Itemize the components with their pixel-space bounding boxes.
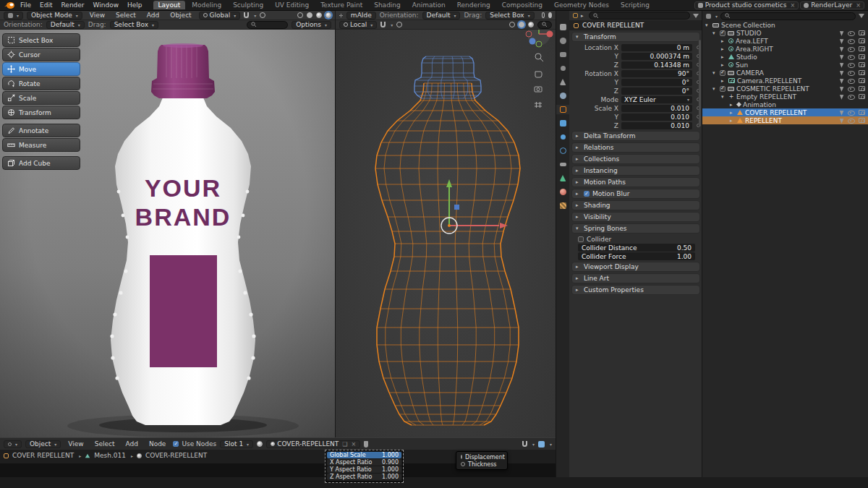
collection-checkbox[interactable]: ✓: [720, 70, 726, 76]
blender-logo-icon[interactable]: [4, 1, 15, 9]
tool-transform[interactable]: Transform: [2, 106, 80, 119]
scene-unlink-icon[interactable]: ×: [790, 2, 795, 9]
outliner-row-animation[interactable]: ▸Animation: [702, 100, 868, 108]
menu-window[interactable]: Window: [90, 1, 123, 9]
overlays-chevron-icon[interactable]: ▾: [550, 442, 552, 447]
menu-add[interactable]: Add: [122, 440, 141, 448]
selectable-icon[interactable]: [840, 93, 845, 99]
selectable-icon[interactable]: [840, 117, 845, 123]
render-visibility-icon[interactable]: [859, 38, 865, 43]
outliner-row-area-right[interactable]: ▸Area.RIGHT: [702, 45, 868, 53]
tab-modifiers[interactable]: [556, 119, 569, 128]
menu-object[interactable]: Object: [166, 12, 195, 19]
outliner-search-input[interactable]: [720, 12, 856, 20]
field-z-aspect[interactable]: Z Aspect Ratio1.000: [327, 474, 401, 480]
render-visibility-icon[interactable]: [859, 30, 865, 35]
panel-motion-paths[interactable]: ▸Motion Paths: [571, 177, 700, 187]
tab-view-layer[interactable]: [556, 64, 569, 73]
tab-output[interactable]: [556, 50, 569, 59]
proportional-edit-icon[interactable]: [260, 12, 265, 18]
render-visibility-icon[interactable]: [859, 94, 865, 99]
menu-view[interactable]: View: [64, 440, 87, 448]
tool-move[interactable]: Move: [2, 62, 80, 76]
workspace-tab-rendering[interactable]: Rendering: [452, 1, 495, 9]
tab-particles[interactable]: [556, 132, 569, 142]
tab-physics[interactable]: [556, 146, 569, 155]
workspace-tab-shading[interactable]: Shading: [369, 1, 406, 9]
selectable-icon[interactable]: [840, 69, 845, 75]
selectable-icon[interactable]: [840, 53, 845, 59]
panel-instancing[interactable]: ▸Instancing: [571, 166, 700, 176]
maide-addon-button[interactable]: mAIde: [346, 12, 376, 20]
outliner-filter-icon[interactable]: [859, 14, 864, 18]
material-copy-icon[interactable]: ❏: [342, 441, 347, 448]
orientation-dropdown[interactable]: Default▾: [46, 21, 85, 29]
tool-cursor[interactable]: Cursor: [2, 48, 80, 61]
field-x-aspect[interactable]: X Aspect Ratio0.900: [327, 459, 401, 466]
panel-visibility[interactable]: ▸Visibility: [571, 212, 700, 222]
outliner-row-camera-collection[interactable]: ▾✓CAMERA: [702, 69, 868, 77]
outliner-row-repellent[interactable]: ▸REPELLENT: [702, 116, 868, 124]
slot-dropdown[interactable]: Slot 1▾: [220, 440, 253, 448]
panel-collections[interactable]: ▸Collections: [571, 154, 700, 164]
panel-motion-blur[interactable]: ▸✓Motion Blur: [571, 189, 700, 199]
filter-icon[interactable]: [693, 14, 699, 18]
overlay-toggle-icon[interactable]: [542, 12, 545, 18]
menu-edit[interactable]: Edit: [36, 1, 56, 9]
tool-scale[interactable]: Scale: [2, 91, 80, 105]
tool-add-cube[interactable]: Add Cube: [2, 156, 80, 170]
properties-search-input[interactable]: [589, 12, 690, 20]
viewport-search-input[interactable]: [537, 21, 552, 29]
xray-toggle-icon[interactable]: [548, 12, 552, 18]
tab-tool[interactable]: [556, 22, 569, 32]
workspace-tab-animation[interactable]: Animation: [407, 1, 451, 9]
tab-material[interactable]: [556, 187, 569, 197]
shader-mode-dropdown[interactable]: Object▾: [25, 440, 61, 448]
render-visibility-icon[interactable]: [859, 62, 865, 67]
panel-relations[interactable]: ▸Relations: [571, 142, 700, 153]
shading-solid-icon[interactable]: [519, 22, 524, 27]
menu-view[interactable]: View: [86, 12, 109, 19]
tab-constraints[interactable]: [556, 160, 569, 169]
menu-node[interactable]: Node: [145, 440, 170, 448]
viewport-rendered[interactable]: YOUR BRAND ▾ Object Mode▾ View Select Ad…: [0, 11, 335, 437]
snap-dropdown-icon[interactable]: ▾: [254, 13, 256, 18]
render-visibility-icon[interactable]: [859, 46, 865, 51]
drag-dropdown[interactable]: Select Box▾: [485, 12, 534, 20]
tab-object[interactable]: [556, 105, 569, 114]
snap-magnet-icon[interactable]: [244, 12, 249, 18]
view-layer-unlink-icon[interactable]: ×: [856, 2, 861, 9]
workspace-tab-sculpting[interactable]: Sculpting: [228, 1, 268, 9]
outliner-row-studio-object[interactable]: ▸Studio: [702, 53, 868, 61]
tab-scene[interactable]: [556, 77, 569, 87]
shading-wireframe-icon[interactable]: [509, 22, 515, 27]
breadcrumb-material[interactable]: COVER-REPELLENT: [145, 452, 207, 459]
viewport-wireframe[interactable]: mAIde Orientation: Default▾ Drag: Select…: [335, 11, 556, 437]
snap-magnet-icon[interactable]: [380, 22, 386, 27]
workspace-tab-geometry-nodes[interactable]: Geometry Nodes: [549, 1, 614, 9]
hide-icon[interactable]: [848, 70, 855, 76]
shading-rendered-icon[interactable]: [326, 12, 331, 18]
workspace-tab-compositing[interactable]: Compositing: [497, 1, 548, 9]
tab-render[interactable]: [556, 36, 569, 46]
options-dropdown[interactable]: Options▾: [292, 21, 331, 29]
panel-transform[interactable]: ▾Transform: [571, 32, 700, 42]
workspace-tab-uv-editing[interactable]: UV Editing: [270, 1, 314, 9]
outliner-row-sun[interactable]: ▸Sun: [702, 61, 868, 69]
outliner-row-scene-collection[interactable]: ▾Scene Collection: [702, 21, 868, 29]
tool-rotate[interactable]: Rotate: [2, 77, 80, 90]
menu-help[interactable]: Help: [124, 1, 146, 9]
outliner-row-camera-repellent[interactable]: ▸Camera.REPELLENT: [702, 77, 868, 85]
properties-scrollbar[interactable]: [699, 40, 701, 127]
workspace-tab-modeling[interactable]: Modeling: [187, 1, 226, 9]
hide-icon[interactable]: [848, 62, 855, 68]
render-visibility-icon[interactable]: [859, 86, 865, 91]
panel-line-art[interactable]: ▸Line Art: [571, 273, 700, 283]
hide-icon[interactable]: [848, 86, 855, 92]
snap-dropdown-icon[interactable]: ▾: [391, 22, 393, 27]
snap-dropdown-icon[interactable]: ▾: [532, 442, 535, 447]
selectable-icon[interactable]: [840, 38, 845, 43]
menu-select[interactable]: Select: [112, 12, 140, 19]
tool-measure[interactable]: Measure: [2, 138, 80, 152]
material-datablock[interactable]: COVER-REPELLENT❏×: [266, 440, 360, 448]
